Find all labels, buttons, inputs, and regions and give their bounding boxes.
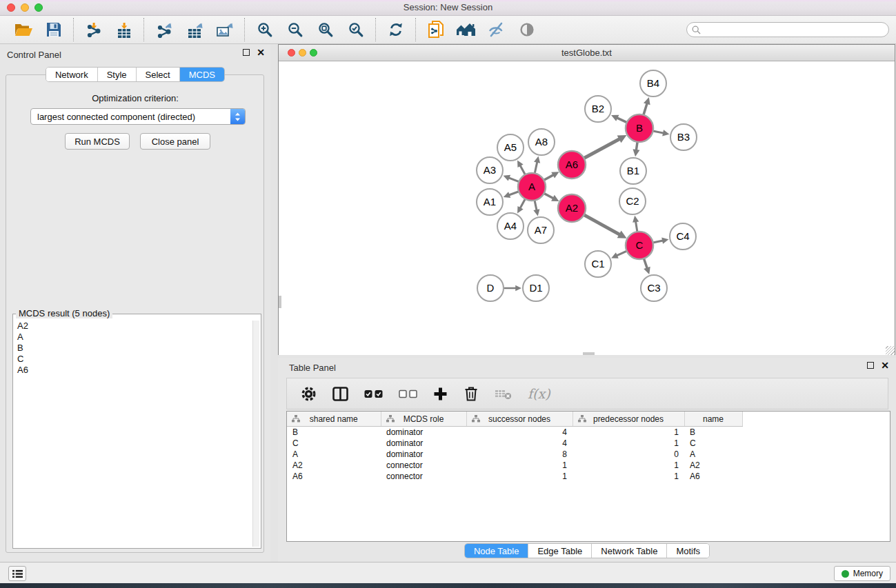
table-tab-edge-table[interactable]: Edge Table: [528, 544, 592, 558]
network-horizontal-scrollbar[interactable]: [583, 352, 595, 355]
table-cell[interactable]: C: [287, 438, 381, 449]
edge-B-B3[interactable]: [653, 131, 664, 133]
node-C3[interactable]: C3: [641, 275, 667, 301]
table-cell[interactable]: 1: [573, 438, 684, 449]
column-header-MCDS-role[interactable]: MCDS role: [381, 412, 466, 427]
function-builder-icon[interactable]: f(x): [528, 386, 550, 401]
gear-icon[interactable]: [301, 386, 317, 402]
column-header-name[interactable]: name: [684, 412, 742, 427]
table-cell[interactable]: 1: [573, 471, 684, 482]
node-A1[interactable]: A1: [477, 189, 503, 215]
node-B1[interactable]: B1: [620, 158, 646, 184]
duplicate-network-icon[interactable]: [423, 18, 449, 41]
zoom-fit-icon[interactable]: [312, 18, 339, 41]
node-C4[interactable]: C4: [670, 223, 696, 250]
edge-A6-B[interactable]: [584, 139, 620, 158]
table-tab-network-table[interactable]: Network Table: [592, 544, 667, 558]
network-canvas[interactable]: B4B2BB3A8A5A6A3B1AC2A1A2A4A7C4CC1C3DD1: [279, 61, 895, 355]
table-row[interactable]: A2connector11A2: [287, 460, 742, 471]
search-input[interactable]: [704, 24, 888, 35]
table-cell[interactable]: A6: [684, 471, 742, 482]
table-cell[interactable]: 0: [573, 449, 684, 460]
hide-panel-icon[interactable]: [484, 18, 510, 41]
deselect-all-icon[interactable]: [399, 389, 417, 398]
edge-C-C1[interactable]: [617, 251, 627, 256]
criterion-dropdown[interactable]: largest connected component (directed): [30, 108, 246, 125]
node-table[interactable]: shared nameMCDS rolesuccessor nodesprede…: [286, 411, 890, 542]
edge-B-B4[interactable]: [644, 103, 647, 115]
table-cell[interactable]: B: [287, 427, 381, 438]
result-item[interactable]: B: [14, 343, 252, 354]
table-row[interactable]: Cdominator41C: [287, 438, 742, 449]
table-cell[interactable]: 4: [466, 427, 573, 438]
table-cell[interactable]: dominator: [381, 427, 466, 438]
edge-A-A6[interactable]: [544, 175, 554, 181]
save-icon[interactable]: [41, 18, 67, 41]
node-C2[interactable]: C2: [619, 188, 646, 214]
column-header-successor-nodes[interactable]: successor nodes: [466, 412, 573, 427]
export-network-icon[interactable]: [151, 18, 177, 41]
table-cell[interactable]: A: [684, 449, 742, 460]
select-all-icon[interactable]: [364, 389, 383, 398]
table-cell[interactable]: connector: [381, 460, 466, 471]
node-A2[interactable]: A2: [558, 194, 586, 222]
edge-A-A4[interactable]: [520, 199, 525, 209]
table-cell[interactable]: A2: [287, 460, 381, 471]
float-panel-icon[interactable]: [243, 49, 250, 56]
open-folder-icon[interactable]: [10, 18, 37, 41]
table-float-panel-icon[interactable]: [867, 362, 874, 369]
network-window-titlebar[interactable]: testGlobe.txt: [279, 45, 895, 61]
table-cell[interactable]: 4: [466, 438, 573, 449]
result-item[interactable]: A6: [14, 365, 252, 376]
table-cell[interactable]: C: [684, 438, 742, 449]
table-tab-node-table[interactable]: Node Table: [465, 544, 529, 558]
home-icon[interactable]: [453, 18, 479, 41]
dropdown-stepper-icon[interactable]: [230, 109, 245, 124]
edge-C-C3[interactable]: [644, 258, 647, 268]
table-cell[interactable]: B: [684, 427, 742, 438]
network-graph[interactable]: B4B2BB3A8A5A6A3B1AC2A1A2A4A7C4CC1C3DD1: [279, 61, 895, 355]
node-B[interactable]: B: [626, 114, 653, 142]
table-cell[interactable]: 1: [573, 460, 684, 471]
tab-select[interactable]: Select: [137, 68, 180, 81]
table-close-panel-icon[interactable]: ✕: [881, 362, 889, 369]
refresh-icon[interactable]: [383, 18, 409, 41]
node-C[interactable]: C: [626, 232, 653, 259]
node-A5[interactable]: A5: [497, 134, 524, 161]
run-mcds-button[interactable]: Run MCDS: [65, 133, 130, 150]
node-C1[interactable]: C1: [585, 251, 611, 277]
show-panel-icon[interactable]: [514, 18, 540, 41]
node-A3[interactable]: A3: [477, 157, 503, 183]
edge-C-C2[interactable]: [636, 221, 637, 232]
edge-A2-C[interactable]: [584, 215, 620, 235]
import-network-icon[interactable]: [81, 18, 107, 41]
columns-icon[interactable]: [332, 387, 348, 401]
task-history-button[interactable]: [8, 566, 26, 581]
delete-table-icon[interactable]: [495, 388, 512, 400]
node-A4[interactable]: A4: [497, 213, 524, 239]
zoom-out-icon[interactable]: [282, 18, 308, 41]
edge-A-A1[interactable]: [509, 192, 519, 195]
edge-A-A8[interactable]: [535, 162, 537, 174]
table-row[interactable]: Adominator80A: [287, 449, 742, 460]
edge-A-A7[interactable]: [535, 201, 537, 211]
table-cell[interactable]: connector: [381, 471, 466, 482]
search-box[interactable]: [686, 22, 889, 37]
table-cell[interactable]: 8: [466, 449, 573, 460]
edge-A-A2[interactable]: [544, 193, 554, 198]
node-B3[interactable]: B3: [670, 124, 697, 150]
delete-column-icon[interactable]: [464, 386, 479, 402]
table-tab-motifs[interactable]: Motifs: [667, 544, 709, 558]
result-item[interactable]: C: [14, 354, 252, 365]
tab-network[interactable]: Network: [46, 68, 98, 81]
zoom-selected-icon[interactable]: [343, 18, 369, 41]
node-A7[interactable]: A7: [528, 217, 554, 243]
node-B2[interactable]: B2: [585, 96, 611, 122]
column-header-shared-name[interactable]: shared name: [287, 412, 381, 427]
export-image-icon[interactable]: [212, 18, 238, 41]
table-cell[interactable]: 1: [573, 427, 684, 438]
close-panel-icon[interactable]: ✕: [257, 49, 265, 56]
node-B4[interactable]: B4: [640, 70, 666, 97]
table-cell[interactable]: A: [287, 449, 381, 460]
table-cell[interactable]: 1: [466, 460, 573, 471]
